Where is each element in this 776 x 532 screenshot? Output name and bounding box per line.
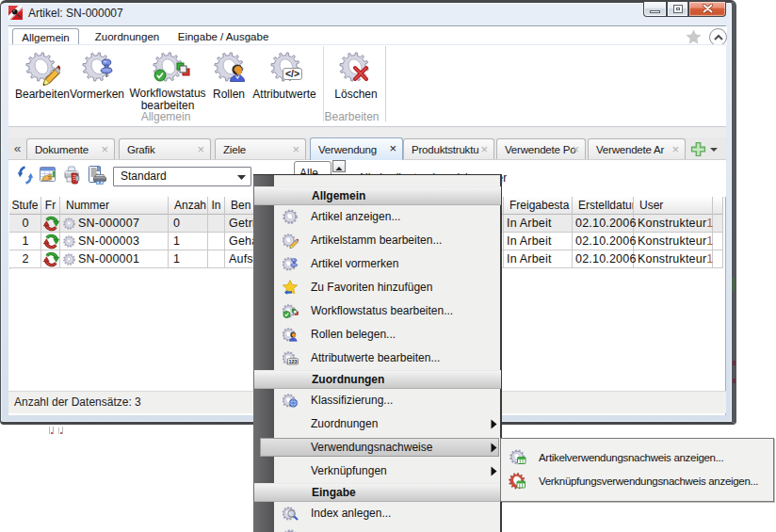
svg-text:</>: </> [285,68,299,79]
svg-text:123: 123 [288,359,297,364]
